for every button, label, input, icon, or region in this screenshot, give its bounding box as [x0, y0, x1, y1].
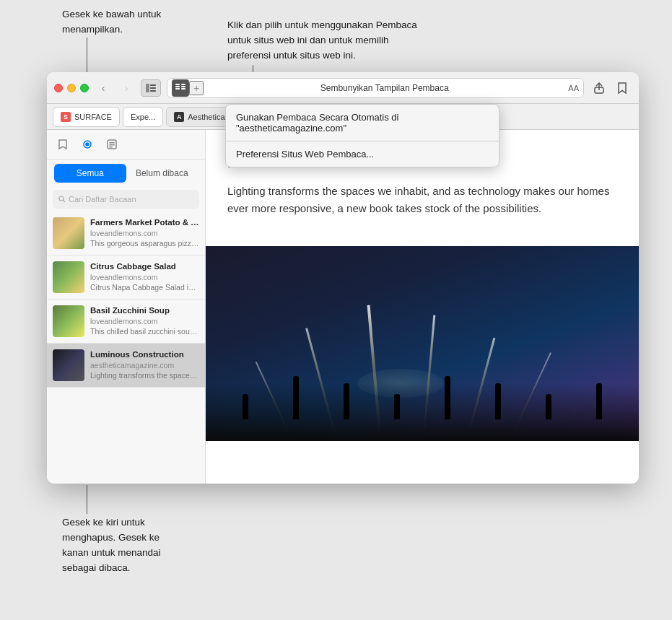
reading-list-info-1: Citrus Cabbage Salad loveandlemons.com C… — [90, 261, 199, 292]
titlebar: ‹ › + Sembunyi — [47, 72, 639, 104]
figure — [445, 376, 450, 419]
maximize-button[interactable] — [80, 84, 89, 92]
reading-list-domain-3: aestheticamagazine.com — [90, 361, 199, 370]
svg-point-12 — [86, 143, 89, 146]
reading-list-title-0: Farmers Market Potato & Asparagus Pizza — [90, 217, 199, 228]
reading-list-thumb-1 — [53, 261, 84, 293]
figure — [596, 383, 602, 419]
reading-list-domain-1: loveandlemons.com — [90, 273, 199, 281]
annotation-line-bottom-left — [87, 485, 87, 514]
forward-button[interactable]: › — [118, 79, 135, 97]
tab-expe[interactable]: Expe... — [123, 107, 163, 127]
svg-line-18 — [64, 201, 66, 203]
reading-list-title-2: Basil Zucchini Soup — [90, 305, 199, 316]
reading-list: Farmers Market Potato & Asparagus Pizza … — [47, 211, 205, 484]
article-text: Lighting transforms the spaces we inhabi… — [227, 183, 617, 217]
reading-list-tabs: Semua Belum dibaca — [47, 160, 205, 187]
figure — [546, 394, 551, 419]
address-text: Sembunyikan Tampilan Pembaca — [204, 83, 565, 93]
tab-label-expe: Expe... — [131, 113, 155, 121]
annotation-top-left: Gesek ke bawah untukmenampilkan. — [62, 7, 161, 38]
reading-list-info-0: Farmers Market Potato & Asparagus Pizza … — [90, 217, 199, 248]
dropdown-menu: Gunakan Pembaca Secara Otomatis di "aest… — [225, 104, 499, 167]
traffic-lights — [54, 84, 89, 92]
tab-label-surface: SURFACE — [74, 113, 112, 121]
add-tab-left-button[interactable]: + — [189, 81, 204, 95]
reading-list-item[interactable]: Basil Zucchini Soup loveandlemons.com Th… — [47, 300, 205, 344]
tab-surface[interactable]: S SURFACE — [53, 107, 120, 127]
toolbar-right — [590, 79, 632, 97]
reading-list-excerpt-0: This gorgeous asparagus pizza is the bes… — [90, 239, 199, 248]
reading-list-domain-2: loveandlemons.com — [90, 317, 199, 326]
figure — [495, 383, 501, 419]
minimize-button[interactable] — [67, 84, 76, 92]
reading-list-title-3: Luminous Construction — [90, 349, 199, 360]
svg-rect-1 — [150, 84, 156, 86]
figure — [293, 376, 299, 419]
tab-favicon-aesthetica: A — [174, 112, 184, 122]
browser-body: Semua Belum dibaca Cari Daftar Bacaan Fa… — [47, 130, 639, 484]
svg-rect-8 — [181, 86, 186, 87]
bookmark-button[interactable] — [613, 79, 632, 97]
svg-point-17 — [59, 196, 64, 201]
reading-list-excerpt-3: Lighting transforms the spaces we inhabi… — [90, 371, 199, 380]
tab-favicon-surface: S — [61, 112, 71, 122]
reading-list-thumb-0 — [53, 217, 84, 249]
tab-all[interactable]: Semua — [54, 164, 126, 183]
reading-list-thumb-2 — [53, 305, 84, 337]
reading-list-item[interactable]: Farmers Market Potato & Asparagus Pizza … — [47, 211, 205, 256]
annotation-top-right: Klik dan pilih untuk menggunakan Pembaca… — [227, 18, 417, 64]
svg-rect-4 — [175, 84, 180, 85]
svg-rect-7 — [181, 84, 186, 85]
svg-rect-0 — [146, 84, 149, 92]
browser-window: ‹ › + Sembunyi — [47, 72, 639, 484]
search-icon — [58, 196, 66, 203]
reading-list-item[interactable]: Citrus Cabbage Salad loveandlemons.com C… — [47, 256, 205, 300]
annotation-line-top-left — [87, 38, 87, 77]
bookmarks-icon[interactable] — [54, 136, 71, 153]
svg-rect-2 — [150, 87, 156, 89]
article-image — [206, 246, 639, 441]
svg-rect-5 — [175, 86, 180, 87]
close-button[interactable] — [54, 84, 63, 92]
tab-unread[interactable]: Belum dibaca — [126, 164, 198, 183]
main-content: Luminous Construction Lighting transform… — [206, 130, 639, 484]
figure — [394, 394, 400, 419]
reading-list-item[interactable]: Luminous Construction aestheticamagazine… — [47, 344, 205, 388]
sidebar-icons — [47, 130, 205, 160]
svg-rect-9 — [181, 88, 186, 89]
reading-list-info-2: Basil Zucchini Soup loveandlemons.com Th… — [90, 305, 199, 336]
reading-list-excerpt-2: This chilled basil zucchini soup recipe … — [90, 327, 199, 336]
sidebar: Semua Belum dibaca Cari Daftar Bacaan Fa… — [47, 130, 206, 484]
aa-button[interactable]: AA — [568, 84, 579, 92]
dropdown-item-auto-reader[interactable]: Gunakan Pembaca Secara Otomatis di "aest… — [226, 105, 499, 141]
svg-rect-3 — [150, 90, 156, 92]
reading-list-title-1: Citrus Cabbage Salad — [90, 261, 199, 272]
svg-rect-15 — [109, 144, 115, 146]
svg-rect-16 — [109, 147, 113, 148]
dropdown-item-preferences[interactable]: Preferensi Situs Web Pembaca... — [226, 141, 499, 167]
figure — [344, 383, 349, 419]
search-bar[interactable]: Cari Daftar Bacaan — [53, 190, 199, 209]
share-button[interactable] — [590, 79, 608, 97]
figure — [243, 394, 248, 419]
annotation-bottom-left: Gesek ke kiri untukmenghapus. Gesek keka… — [62, 515, 161, 576]
search-placeholder: Cari Daftar Bacaan — [69, 195, 136, 204]
reading-list-excerpt-1: Citrus Napa Cabbage Salad is a healthy, … — [90, 283, 199, 292]
address-bar[interactable]: + Sembunyikan Tampilan Pembaca AA — [167, 78, 584, 98]
sidebar-toggle-button[interactable] — [141, 79, 161, 97]
svg-rect-14 — [109, 142, 115, 144]
back-button[interactable]: ‹ — [95, 79, 112, 97]
reading-list-info-3: Luminous Construction aestheticamagazine… — [90, 349, 199, 380]
reader-view-button[interactable] — [172, 79, 189, 97]
reading-list-icon[interactable] — [79, 136, 96, 153]
reading-list-domain-0: loveandlemons.com — [90, 229, 199, 237]
stage-figures — [206, 376, 639, 419]
reading-list-thumb-3 — [53, 349, 84, 381]
history-icon[interactable] — [103, 136, 121, 153]
svg-rect-6 — [175, 88, 180, 89]
